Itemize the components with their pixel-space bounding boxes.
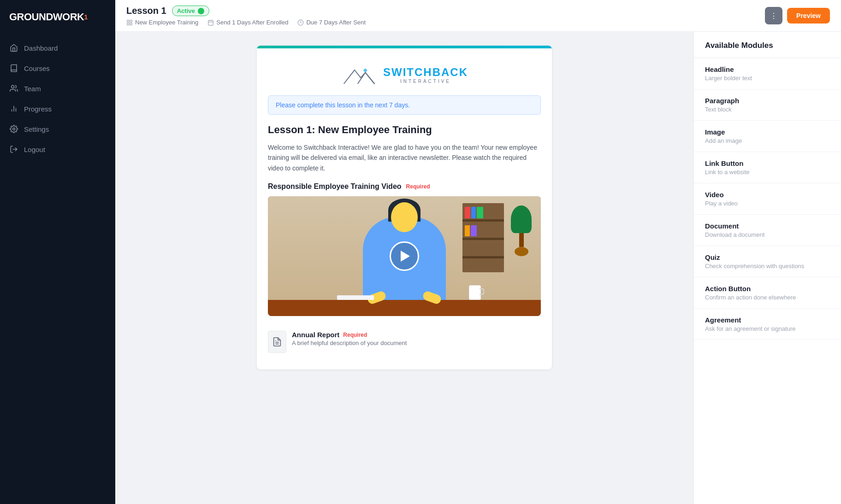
module-item-quiz[interactable]: Quiz Check comprehension with questions (694, 246, 841, 277)
logout-icon (9, 145, 18, 154)
module-desc: Play a video (705, 200, 830, 207)
send-meta-text: Send 1 Days After Enrolled (216, 19, 288, 26)
module-item-document[interactable]: Document Download a document (694, 215, 841, 246)
breadcrumb-text: New Employee Training (135, 19, 198, 26)
sidebar-item-dashboard[interactable]: Dashboard (0, 38, 115, 58)
chart-icon (9, 104, 18, 113)
svg-rect-6 (127, 20, 129, 22)
module-desc: Check comprehension with questions (705, 263, 830, 270)
module-item-agreement[interactable]: Agreement Ask for an agreement or signat… (694, 309, 841, 340)
toggle-dot (198, 8, 204, 14)
module-desc: Download a document (705, 231, 830, 238)
sidebar-item-label: Logout (24, 146, 45, 153)
sidebar-item-label: Dashboard (24, 44, 58, 52)
modules-panel: Available Modules Headline Larger bolder… (693, 32, 841, 504)
module-desc: Larger bolder text (705, 75, 830, 82)
brand-tagline: INTERACTIVE (383, 79, 468, 84)
logo-sup: 1 (84, 13, 88, 21)
brand-text: SWITCHBACK INTERACTIVE (383, 66, 468, 84)
due-banner-text: Please complete this lesson in the next … (276, 101, 410, 109)
sidebar-item-label: Courses (24, 64, 50, 72)
module-name: Paragraph (705, 97, 830, 105)
module-name: Document (705, 222, 830, 230)
due-meta-text: Due 7 Days After Sent (306, 19, 366, 26)
send-meta: Send 1 Days After Enrolled (207, 19, 288, 26)
document-title: Annual Report Required (292, 331, 541, 339)
sidebar-item-logout[interactable]: Logout (0, 139, 115, 159)
users-icon (9, 84, 18, 93)
active-badge: Active (172, 6, 209, 16)
sidebar: GROUNDWORK1 Dashboard Courses Team (0, 0, 115, 504)
module-name: Headline (705, 65, 830, 73)
topbar-meta: New Employee Training Send 1 Days After … (126, 19, 366, 26)
logo-area: GROUNDWORK1 (0, 0, 115, 34)
main-area: Lesson 1 Active New Employee Training Se… (115, 0, 841, 504)
switchback-logo: SWITCHBACK INTERACTIVE (341, 63, 468, 86)
module-item-link-button[interactable]: Link Button Link to a website (694, 152, 841, 183)
lesson-intro: Welcome to Switchback Interactive! We ar… (268, 142, 541, 173)
video-section-title: Responsible Employee Training Video Requ… (268, 182, 541, 191)
sidebar-item-label: Progress (24, 105, 52, 113)
lesson-heading: Lesson 1: New Employee Training (268, 124, 541, 136)
sidebar-item-settings[interactable]: Settings (0, 119, 115, 139)
video-container[interactable] (268, 196, 541, 316)
module-name: Video (705, 191, 830, 199)
svg-rect-9 (127, 23, 129, 25)
book-icon (9, 64, 18, 73)
module-desc: Confirm an action done elsewhere (705, 294, 830, 301)
module-item-headline[interactable]: Headline Larger bolder text (694, 58, 841, 89)
play-button[interactable] (390, 241, 419, 271)
module-desc: Ask for an agreement or signature (705, 325, 830, 332)
module-name: Link Button (705, 159, 830, 167)
lesson-card: SWITCHBACK INTERACTIVE Please complete t… (257, 46, 552, 369)
lesson-title: Lesson 1 (126, 6, 166, 16)
switchback-logo-area: SWITCHBACK INTERACTIVE (257, 48, 552, 95)
module-desc: Link to a website (705, 169, 830, 176)
more-options-button[interactable]: ⋮ (765, 7, 782, 24)
gear-icon (9, 124, 18, 134)
module-desc: Add an image (705, 137, 830, 144)
topbar: Lesson 1 Active New Employee Training Se… (115, 0, 841, 32)
sidebar-item-courses[interactable]: Courses (0, 58, 115, 78)
svg-rect-10 (208, 20, 213, 25)
topbar-top: Lesson 1 Active (126, 6, 366, 16)
sidebar-item-label: Team (24, 85, 41, 93)
svg-point-4 (13, 128, 15, 130)
document-required-badge: Required (343, 332, 367, 338)
document-item: Annual Report Required A brief helpful d… (268, 325, 541, 358)
svg-rect-7 (130, 20, 132, 22)
module-name: Action Button (705, 285, 830, 293)
breadcrumb: New Employee Training (126, 19, 198, 26)
preview-button[interactable]: Preview (787, 8, 830, 23)
svg-rect-8 (130, 23, 132, 25)
module-desc: Text block (705, 106, 830, 113)
sidebar-nav: Dashboard Courses Team Progress (0, 34, 115, 504)
module-item-paragraph[interactable]: Paragraph Text block (694, 89, 841, 121)
topbar-info: Lesson 1 Active New Employee Training Se… (126, 6, 366, 26)
module-name: Quiz (705, 253, 830, 261)
module-item-image[interactable]: Image Add an image (694, 121, 841, 152)
lesson-body: Lesson 1: New Employee Training Welcome … (257, 124, 552, 369)
module-item-video[interactable]: Video Play a video (694, 183, 841, 215)
video-overlay[interactable] (268, 196, 541, 316)
topbar-actions: ⋮ Preview (765, 7, 830, 24)
module-name: Agreement (705, 316, 830, 324)
play-icon (401, 251, 410, 262)
sidebar-item-team[interactable]: Team (0, 78, 115, 99)
document-info: Annual Report Required A brief helpful d… (292, 331, 541, 346)
brand-name: SWITCHBACK (383, 66, 468, 79)
video-required-badge: Required (406, 183, 430, 190)
sidebar-item-progress[interactable]: Progress (0, 99, 115, 119)
lesson-area: SWITCHBACK INTERACTIVE Please complete t… (115, 32, 693, 504)
module-item-action-button[interactable]: Action Button Confirm an action done els… (694, 277, 841, 309)
video-title-text: Responsible Employee Training Video (268, 182, 402, 191)
document-desc: A brief helpful description of your docu… (292, 340, 541, 346)
due-meta: Due 7 Days After Sent (297, 19, 366, 26)
due-banner: Please complete this lesson in the next … (268, 95, 541, 115)
svg-point-0 (12, 85, 14, 88)
sidebar-item-label: Settings (24, 125, 49, 133)
modules-panel-header: Available Modules (694, 32, 841, 58)
content-wrapper: SWITCHBACK INTERACTIVE Please complete t… (115, 32, 841, 504)
document-icon (268, 331, 286, 353)
active-label: Active (177, 7, 195, 14)
